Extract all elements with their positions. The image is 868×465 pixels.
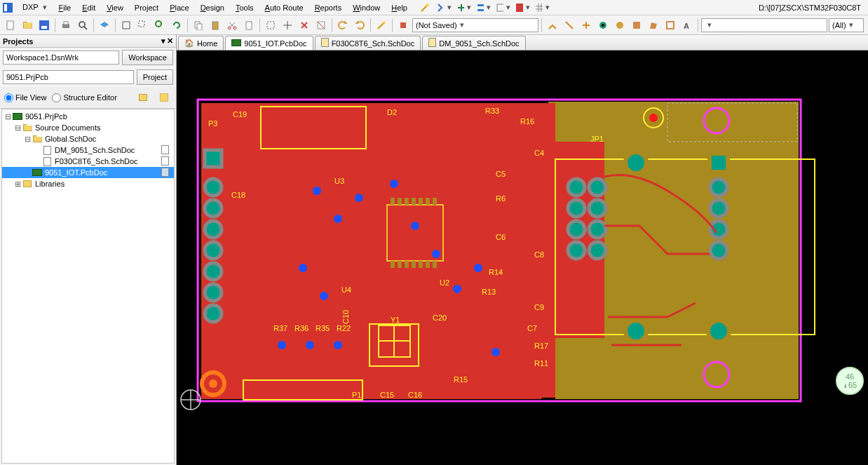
svg-rect-95 bbox=[398, 261, 402, 268]
open-icon[interactable] bbox=[20, 18, 35, 33]
menu-help[interactable]: Help bbox=[386, 2, 413, 13]
clear-icon[interactable] bbox=[313, 18, 329, 33]
layers-icon[interactable] bbox=[97, 18, 112, 33]
tab-home[interactable]: 🏠 Home bbox=[178, 36, 224, 50]
view-icon[interactable] bbox=[496, 0, 511, 15]
wand-icon[interactable] bbox=[417, 0, 433, 15]
svg-text:C4: C4 bbox=[534, 149, 544, 157]
menu-window[interactable]: Window bbox=[347, 2, 386, 13]
svg-rect-93 bbox=[433, 198, 437, 205]
text-icon[interactable]: A bbox=[679, 18, 695, 33]
menu-view[interactable]: View bbox=[101, 2, 129, 13]
menu-edit[interactable]: Edit bbox=[76, 2, 101, 13]
menu-project[interactable]: Project bbox=[129, 2, 164, 13]
panel-opts-icon[interactable] bbox=[135, 90, 151, 105]
pcb-icon bbox=[231, 39, 241, 48]
select-rect-icon[interactable] bbox=[263, 18, 278, 33]
svg-rect-5 bbox=[497, 4, 503, 11]
plus-icon[interactable] bbox=[456, 0, 472, 15]
tree-global-sch[interactable]: ⊟ Global.SchDoc bbox=[2, 133, 174, 144]
svg-point-28 bbox=[616, 22, 623, 29]
refresh-icon[interactable] bbox=[169, 18, 184, 33]
copy-icon[interactable] bbox=[191, 18, 206, 33]
svg-point-62 bbox=[205, 200, 222, 217]
paste-icon[interactable] bbox=[208, 18, 223, 33]
svg-point-67 bbox=[205, 305, 222, 322]
pcb-svg: P3 C19 D2 R33 R16 JP1 C4 C5 R6 C6 C8 R14… bbox=[177, 50, 857, 464]
menu-dxp[interactable]: DXP bbox=[17, 1, 53, 13]
svg-text:R17: R17 bbox=[534, 342, 548, 350]
move-icon[interactable] bbox=[280, 18, 295, 33]
panel-pin-icon[interactable]: ▾ bbox=[161, 36, 165, 46]
tab-pcbdoc[interactable]: 9051_IOT.PcbDoc bbox=[225, 36, 313, 50]
fill-icon[interactable] bbox=[629, 18, 644, 33]
print-icon[interactable] bbox=[58, 18, 74, 33]
grid-icon[interactable] bbox=[535, 0, 550, 15]
tree-project-root[interactable]: ⊟ 9051.PrjPcb bbox=[2, 111, 174, 122]
file-view-radio[interactable]: File View bbox=[4, 93, 46, 102]
svg-rect-1 bbox=[4, 4, 7, 11]
panel-opts2-icon[interactable] bbox=[156, 90, 172, 105]
poly-icon[interactable] bbox=[646, 18, 661, 33]
svg-point-82 bbox=[278, 341, 286, 349]
project-input[interactable] bbox=[3, 70, 134, 84]
home-icon: 🏠 bbox=[184, 39, 194, 48]
project-tree[interactable]: ⊟ 9051.PrjPcb ⊟ Source Documents ⊟ Globa… bbox=[1, 109, 175, 464]
via-icon[interactable] bbox=[595, 18, 611, 33]
svg-text:R22: R22 bbox=[337, 324, 351, 332]
zoom-area-icon[interactable] bbox=[135, 18, 151, 33]
panel-close-icon[interactable]: ✕ bbox=[167, 36, 173, 46]
route2-icon[interactable] bbox=[562, 18, 577, 33]
menu-tools[interactable]: Tools bbox=[230, 2, 259, 13]
pad-icon[interactable] bbox=[612, 18, 628, 33]
deselect-icon[interactable] bbox=[297, 18, 312, 33]
workspace-select[interactable]: Workspace1.DsnWrk bbox=[3, 50, 119, 65]
color-icon[interactable] bbox=[515, 0, 531, 15]
menu-place[interactable]: Place bbox=[164, 2, 195, 13]
workspace-button[interactable]: Workspace bbox=[122, 50, 173, 65]
save-icon[interactable] bbox=[36, 18, 52, 33]
route3-icon[interactable] bbox=[578, 18, 594, 33]
menu-reports[interactable]: Reports bbox=[309, 2, 348, 13]
new-icon[interactable] bbox=[3, 18, 18, 33]
svg-point-69 bbox=[209, 379, 217, 388]
select-dropdown-icon[interactable] bbox=[437, 0, 452, 15]
svg-point-83 bbox=[306, 341, 314, 349]
doc-icon bbox=[161, 168, 171, 177]
project-button[interactable]: Project bbox=[137, 69, 173, 85]
pcb-canvas[interactable]: P3 C19 D2 R33 R16 JP1 C4 C5 R6 C6 C8 R14… bbox=[177, 50, 868, 465]
tree-pcbdoc[interactable]: 9051_IOT.PcbDoc bbox=[2, 167, 174, 178]
mode-icon[interactable] bbox=[395, 18, 411, 33]
menu-file[interactable]: File bbox=[53, 2, 76, 13]
svg-rect-29 bbox=[633, 22, 640, 29]
align-icon[interactable] bbox=[476, 0, 491, 15]
filter-combo[interactable]: (All) bbox=[829, 18, 864, 32]
tree-libraries[interactable]: ⊞ Libraries bbox=[2, 178, 174, 189]
menubar-icons bbox=[417, 0, 550, 15]
pan-icon[interactable] bbox=[152, 18, 168, 33]
tree-f030-sch[interactable]: F030C8T6_Sch.SchDoc bbox=[2, 156, 174, 167]
redo-icon[interactable] bbox=[352, 18, 367, 33]
editor-area: 🏠 Home 9051_IOT.PcbDoc F030C8T6_Sch.SchD… bbox=[177, 35, 868, 465]
mode-combo[interactable]: (Not Saved) bbox=[412, 18, 538, 32]
structure-editor-radio[interactable]: Structure Editor bbox=[52, 93, 116, 102]
svg-rect-98 bbox=[419, 261, 423, 268]
svg-point-51 bbox=[589, 221, 606, 238]
menu-design[interactable]: Design bbox=[195, 2, 230, 13]
wand2-icon[interactable] bbox=[374, 18, 389, 33]
route-icon[interactable] bbox=[545, 18, 560, 33]
cut-icon[interactable] bbox=[224, 18, 240, 33]
undo-icon[interactable] bbox=[335, 18, 351, 33]
clipboard-icon[interactable] bbox=[241, 18, 257, 33]
tree-dm9051-sch[interactable]: DM_9051_Sch.SchDoc bbox=[2, 144, 174, 156]
zoom-fit-icon[interactable] bbox=[118, 18, 134, 33]
svg-point-85 bbox=[491, 348, 500, 356]
net-combo[interactable] bbox=[701, 18, 827, 32]
preview-icon[interactable] bbox=[75, 18, 90, 33]
tree-source-docs[interactable]: ⊟ Source Documents bbox=[2, 122, 174, 133]
region-icon[interactable] bbox=[663, 18, 678, 33]
badge-temp: 🌡65 bbox=[843, 381, 857, 389]
tab-dm9051[interactable]: DM_9051_Sch.SchDoc bbox=[422, 36, 525, 50]
tab-f030[interactable]: F030C8T6_Sch.SchDoc bbox=[315, 36, 421, 50]
menu-autoroute[interactable]: Auto Route bbox=[259, 2, 309, 13]
